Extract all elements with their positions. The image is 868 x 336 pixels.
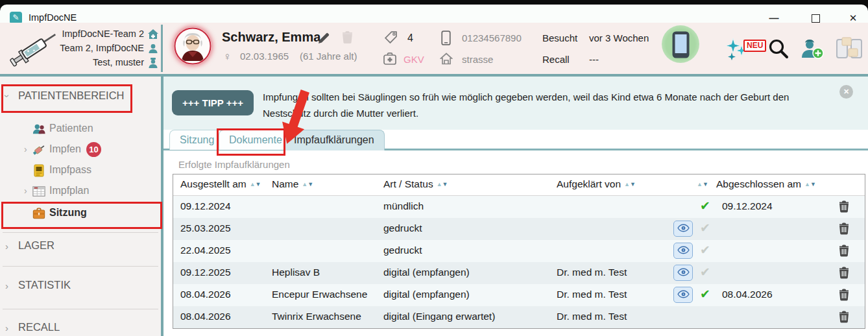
trash-icon xyxy=(839,200,849,213)
trash-icon xyxy=(839,289,849,301)
chevron-down-icon: › xyxy=(2,95,13,98)
sidebar-item-patienten[interactable]: Patienten xyxy=(0,122,161,138)
device-sync-button[interactable] xyxy=(836,37,863,62)
chevron-right-icon: › xyxy=(5,280,8,291)
cell-art-status: digital (Eingang erwartet) xyxy=(383,311,495,322)
tag-count: 4 xyxy=(407,32,413,44)
cell-ausgestellt-am: 25.03.2025 xyxy=(180,222,231,234)
view-document-button[interactable] xyxy=(673,287,693,303)
clinic-home-icon xyxy=(147,29,159,40)
delete-row-button[interactable] xyxy=(839,222,849,237)
cell-art-status: digital (empfangen) xyxy=(383,267,470,278)
tab-sitzung[interactable]: Sitzung xyxy=(169,130,224,150)
delete-row-button[interactable] xyxy=(839,289,849,303)
trash-disabled-icon xyxy=(342,31,353,43)
delete-row-button[interactable] xyxy=(839,267,849,281)
cell-abgeschlossen-am: 09.12.2024 xyxy=(722,200,773,212)
tab-dokumente[interactable]: Dokumente xyxy=(219,130,293,150)
view-document-button[interactable] xyxy=(673,265,693,281)
eye-icon xyxy=(677,268,690,276)
sidebar-item-impfpass[interactable]: Impfpass xyxy=(0,163,161,179)
impfen-count-badge: 10 xyxy=(86,142,101,157)
table-row: 25.03.2025 gedruckt ✔ xyxy=(173,218,865,240)
sidebar-item-sitzung[interactable]: Sitzung xyxy=(0,206,161,222)
recall-value: --- xyxy=(589,54,599,65)
visited-label: Besucht xyxy=(542,32,577,43)
sidebar-divider xyxy=(3,232,158,233)
mobile-phone-icon xyxy=(441,30,451,45)
cell-art-status: mündlich xyxy=(383,200,424,212)
eye-icon xyxy=(677,246,690,254)
cell-art-status: gedruckt xyxy=(383,245,422,256)
patient-avatar xyxy=(174,27,211,65)
add-patient-button[interactable] xyxy=(801,38,824,61)
completed-check-icon: ✔ xyxy=(700,287,710,302)
pencil-icon xyxy=(318,32,330,44)
user-name: Test, muster xyxy=(39,57,144,67)
sort-asc-icon: ▲ xyxy=(302,181,307,187)
completed-check-icon: ✔ xyxy=(700,265,710,280)
vaccination-plan-icon xyxy=(32,185,45,198)
column-aufgeklaert-von[interactable]: Aufgeklärt von▲▼ xyxy=(557,178,636,190)
sidebar-item-impfplan[interactable]: › Impfplan xyxy=(0,184,161,200)
maximize-icon xyxy=(812,14,820,23)
sort-desc-icon: ▼ xyxy=(703,181,708,187)
cell-aufgeklaert-von: Dr. med m. Test xyxy=(557,289,627,300)
delete-row-button[interactable] xyxy=(839,200,849,215)
visited-value: vor 3 Wochen xyxy=(589,32,649,43)
tip-badge: +++ TIPP +++ xyxy=(172,90,254,115)
table-caption: Erfolgte Impfaufklärungen xyxy=(178,159,290,170)
smartphone-icon xyxy=(672,31,690,58)
patient-name: Schwarz, Emma xyxy=(222,30,320,45)
team-name: Team 2, ImpfDocNE xyxy=(39,43,144,53)
delete-row-button[interactable] xyxy=(839,245,849,259)
chevron-right-icon: › xyxy=(24,144,27,154)
person-add-icon xyxy=(801,38,824,59)
sort-desc-icon: ▼ xyxy=(307,181,313,187)
completed-check-icon: ✔ xyxy=(700,221,710,235)
insurance-type: GKV xyxy=(404,54,424,65)
sidebar-section-lager[interactable]: › LAGER xyxy=(0,239,161,255)
cell-name: Heplisav B xyxy=(272,267,320,278)
table-row: 22.04.2025 gedruckt ✔ xyxy=(173,240,865,262)
eye-icon xyxy=(677,224,690,232)
tab-impfaufklaerungen[interactable]: Impfaufklärungen xyxy=(283,130,385,150)
cell-art-status: digital (empfangen) xyxy=(383,289,470,300)
view-document-button[interactable] xyxy=(673,221,693,237)
age-label: (61 Jahre alt) xyxy=(300,51,357,62)
search-button[interactable] xyxy=(768,38,789,61)
cell-art-status: gedruckt xyxy=(383,222,422,234)
column-art-status[interactable]: Art / Status▲▼ xyxy=(383,178,448,190)
column-abgeschlossen-am[interactable]: Abgeschlossen am▲▼ xyxy=(716,178,816,190)
sort-desc-icon: ▼ xyxy=(442,181,448,187)
delete-patient-button[interactable] xyxy=(342,31,353,45)
sidebar: › PATIENTENBEREICH Patienten › Impfen 10 xyxy=(0,77,161,336)
birthdate: 02.03.1965 xyxy=(240,51,289,62)
delete-row-button[interactable] xyxy=(839,311,849,325)
chevron-right-icon: › xyxy=(5,322,8,333)
patients-people-icon xyxy=(32,123,45,136)
sidebar-item-impfen[interactable]: › Impfen 10 xyxy=(0,143,161,158)
sidebar-section-recall[interactable]: › RECALL xyxy=(0,321,161,336)
column-ausgestellt-am[interactable]: Ausgestellt am▲▼ xyxy=(180,178,261,190)
smartphone-status-indicator[interactable] xyxy=(662,25,699,63)
sidebar-divider xyxy=(3,266,158,267)
window-title: ImpfDocNE xyxy=(29,12,77,23)
edit-patient-button[interactable] xyxy=(318,32,330,46)
tip-close-button[interactable]: ✕ xyxy=(839,85,853,99)
tag-icon[interactable] xyxy=(384,30,398,44)
sort-desc-icon: ▼ xyxy=(256,181,261,187)
sidebar-section-statistik[interactable]: › STATISTIK xyxy=(0,279,161,294)
column-name[interactable]: Name▲▼ xyxy=(272,178,313,190)
completed-check-icon: ✔ xyxy=(700,243,710,258)
column-completed-check[interactable]: ▲▼ xyxy=(693,178,708,190)
table-row: 08.04.2026 Encepur Erwachsene digital (e… xyxy=(173,284,865,306)
view-document-button[interactable] xyxy=(673,243,693,259)
sidebar-section-patientenbereich[interactable]: › PATIENTENBEREICH xyxy=(0,90,161,105)
cell-ausgestellt-am: 09.12.2024 xyxy=(180,200,231,212)
cell-name: Twinrix Erwachsene xyxy=(272,311,361,322)
sort-asc-icon: ▲ xyxy=(437,181,442,187)
phone-number: 01234567890 xyxy=(462,32,522,43)
sort-desc-icon: ▼ xyxy=(630,181,636,187)
table-row: 08.04.2026 Twinrix Erwachsene digital (E… xyxy=(173,306,865,328)
